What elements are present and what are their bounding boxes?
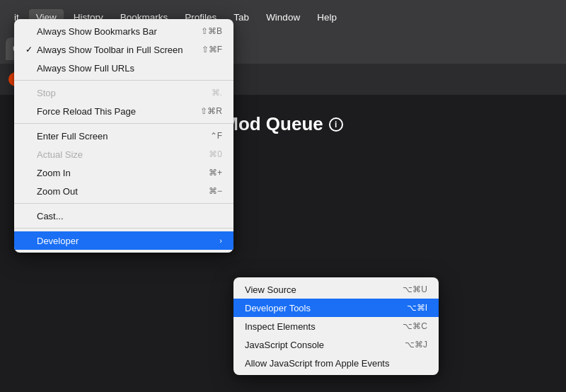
menu-label-toolbar: Always Show Toolbar in Full Screen bbox=[37, 45, 202, 55]
menu-section-3: Enter Full Screen ⌃F Actual Size ⌘0 Zoom… bbox=[14, 123, 233, 203]
menu-cast[interactable]: Cast... bbox=[14, 207, 233, 225]
menu-section-5: Developer › bbox=[14, 228, 233, 253]
shortcut-zoom-out: ⌘− bbox=[209, 186, 222, 196]
view-dropdown-menu: Always Show Bookmarks Bar ⇧⌘B ✓ Always S… bbox=[14, 19, 233, 253]
menu-section-1: Always Show Bookmarks Bar ⇧⌘B ✓ Always S… bbox=[14, 19, 233, 80]
menu-always-show-urls[interactable]: Always Show Full URLs bbox=[14, 59, 233, 77]
menu-label-zoom-in: Zoom In bbox=[37, 168, 209, 178]
shortcut-force-reload: ⇧⌘R bbox=[200, 106, 222, 116]
menu-label-full-screen: Enter Full Screen bbox=[37, 131, 210, 142]
menu-developer[interactable]: Developer › bbox=[14, 231, 233, 250]
shortcut-inspect-elements: ⌥⌘C bbox=[403, 321, 427, 331]
shortcut-bookmarks-bar: ⇧⌘B bbox=[201, 26, 222, 36]
menu-label-actual-size: Actual Size bbox=[37, 149, 209, 160]
submenu-developer-tools[interactable]: Developer Tools ⌥⌘I bbox=[233, 299, 439, 317]
mod-queue-text: Mod Queue bbox=[223, 113, 323, 135]
developer-submenu-section: View Source ⌥⌘U Developer Tools ⌥⌘I Insp… bbox=[233, 277, 439, 375]
menu-item-help[interactable]: Help bbox=[310, 9, 344, 25]
menu-section-2: Stop ⌘. Force Reload This Page ⇧⌘R bbox=[14, 80, 233, 123]
submenu-inspect-elements[interactable]: Inspect Elements ⌥⌘C bbox=[233, 317, 439, 335]
menu-zoom-in[interactable]: Zoom In ⌘+ bbox=[14, 163, 233, 182]
shortcut-zoom-in: ⌘+ bbox=[209, 168, 222, 178]
menu-label-zoom-out: Zoom Out bbox=[37, 186, 209, 197]
menu-label-cast: Cast... bbox=[37, 211, 222, 221]
menu-label-bookmarks-bar: Always Show Bookmarks Bar bbox=[37, 26, 201, 37]
shortcut-developer-tools: ⌥⌘I bbox=[407, 303, 427, 313]
mod-queue-title: Mod Queue i bbox=[223, 113, 343, 135]
label-allow-javascript-apple: Allow JavaScript from Apple Events bbox=[245, 358, 389, 369]
checkmark-toolbar: ✓ bbox=[25, 45, 35, 54]
submenu-arrow-icon: › bbox=[219, 236, 222, 245]
developer-submenu: View Source ⌥⌘U Developer Tools ⌥⌘I Insp… bbox=[233, 277, 439, 375]
menu-always-show-toolbar[interactable]: ✓ Always Show Toolbar in Full Screen ⇧⌘F bbox=[14, 40, 233, 59]
info-icon[interactable]: i bbox=[329, 117, 343, 132]
menu-item-window[interactable]: Window bbox=[259, 9, 307, 25]
label-inspect-elements: Inspect Elements bbox=[245, 321, 316, 332]
shortcut-javascript-console: ⌥⌘J bbox=[405, 340, 427, 350]
submenu-view-source[interactable]: View Source ⌥⌘U bbox=[233, 280, 439, 299]
menu-always-show-bookmarks[interactable]: Always Show Bookmarks Bar ⇧⌘B bbox=[14, 22, 233, 40]
menu-label-stop: Stop bbox=[37, 88, 212, 98]
menu-label-force-reload: Force Reload This Page bbox=[37, 106, 200, 117]
shortcut-toolbar: ⇧⌘F bbox=[202, 45, 222, 54]
label-view-source: View Source bbox=[245, 284, 296, 295]
menu-label-full-urls: Always Show Full URLs bbox=[37, 63, 222, 74]
menu-force-reload[interactable]: Force Reload This Page ⇧⌘R bbox=[14, 102, 233, 120]
submenu-javascript-console[interactable]: JavaScript Console ⌥⌘J bbox=[233, 335, 439, 354]
menu-enter-full-screen[interactable]: Enter Full Screen ⌃F bbox=[14, 127, 233, 145]
menu-label-developer: Developer bbox=[37, 236, 219, 246]
menu-stop[interactable]: Stop ⌘. bbox=[14, 83, 233, 102]
menu-zoom-out[interactable]: Zoom Out ⌘− bbox=[14, 182, 233, 200]
shortcut-actual-size: ⌘0 bbox=[209, 149, 222, 159]
shortcut-full-screen: ⌃F bbox=[210, 131, 222, 141]
shortcut-stop: ⌘. bbox=[212, 88, 222, 98]
menu-section-4: Cast... bbox=[14, 203, 233, 228]
submenu-allow-javascript-apple[interactable]: Allow JavaScript from Apple Events bbox=[233, 354, 439, 372]
label-developer-tools: Developer Tools bbox=[245, 303, 311, 313]
label-javascript-console: JavaScript Console bbox=[245, 340, 324, 350]
menu-actual-size[interactable]: Actual Size ⌘0 bbox=[14, 145, 233, 163]
shortcut-view-source: ⌥⌘U bbox=[403, 284, 427, 294]
